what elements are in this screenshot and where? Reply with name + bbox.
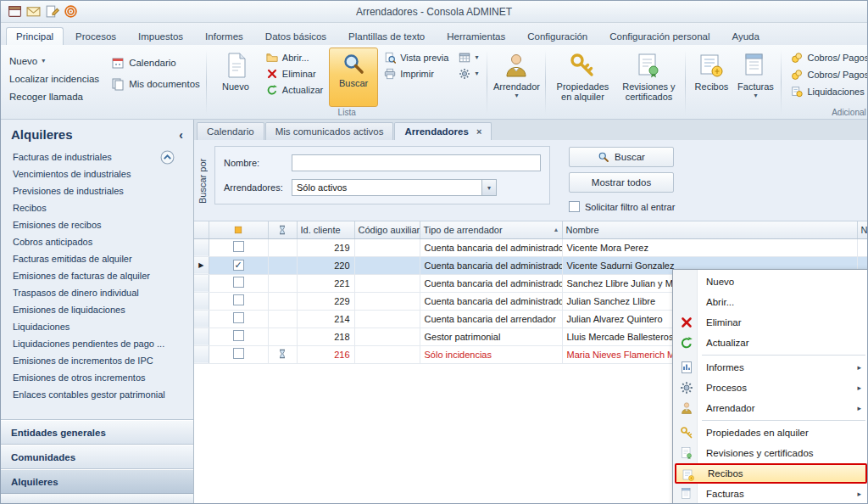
adicional-cobros-pagos-de-inquil[interactable]: Cobros/ Pagos de inquil [789,69,867,81]
menu-item-revisiones-y-certificados[interactable]: Revisiones y certificados [675,443,867,463]
nombre-input[interactable] [292,154,541,171]
sidebar-partial-button[interactable] [1,494,193,503]
sidebar-item-liquidaciones-pendientes-de-pago[interactable]: Liquidaciones pendientes de pago ... [1,335,193,352]
row-check-cell[interactable] [209,328,268,345]
vista-previa-button[interactable]: Vista previa [382,52,450,64]
buscar-ribbon-button[interactable]: Buscar [329,48,378,107]
combo-dropdown-icon[interactable]: ▾ [481,180,496,195]
sidebar-item-facturas-emitidas-de-alquiler[interactable]: Facturas emitidas de alquiler [1,250,193,267]
abrir-button[interactable]: Abrir... [264,52,325,64]
sidebar-item-vencimientos-de-industriales[interactable]: Vencimientos de industriales [1,165,193,182]
sidebar-item-emisiones-de-liquidaciones[interactable]: Emisiones de liquidaciones [1,301,193,318]
ribbon-tab-configuracion[interactable]: Configuración [517,27,598,46]
close-tab-icon[interactable]: × [476,127,481,137]
ribbon-tab-plantillas-de-texto[interactable]: Plantillas de texto [338,27,435,46]
ribbon-tab-datos-basicos[interactable]: Datos básicos [255,27,337,46]
recibos-button[interactable]: Recibos [690,48,732,107]
revisiones-y-certificados-button[interactable]: Revisiones y certificados [616,48,681,107]
row-check-cell[interactable]: ✓ [209,256,268,274]
layout-dropdown-button[interactable]: ▾ [457,52,480,64]
buscar-button[interactable]: Buscar [569,147,674,167]
nuevo-button[interactable]: Nuevo [211,48,260,107]
menu-item-facturas[interactable]: Facturas▸ [675,484,867,504]
adicional-cobros-pagos-del-arre[interactable]: Cobros/ Pagos del arre [789,52,867,64]
column-header-indicator[interactable] [194,221,209,238]
filter-checkbox-row[interactable]: Solicitar filtro al entrar [569,201,675,212]
sidebar-item-cobros-anticipados[interactable]: Cobros anticipados [1,233,193,250]
eliminar-button[interactable]: Eliminar [264,68,325,80]
sidebar-item-emisiones-de-recibos[interactable]: Emisiones de recibos [1,216,193,233]
mostrar-todos-button[interactable]: Mostrar todos [569,172,674,193]
row-checkbox[interactable] [233,241,244,252]
arrendadores-select[interactable]: Sólo activos ▾ [292,179,497,196]
grid-row-219[interactable]: 219Cuenta bancaria del administradorVice… [194,238,867,256]
ribbon-tab-herramientas[interactable]: Herramientas [437,27,515,46]
menu-item-eliminar[interactable]: Eliminar [675,312,867,333]
row-check-cell[interactable] [209,310,268,328]
imprimir-button[interactable]: Imprimir [382,68,450,80]
row-check-cell[interactable] [209,345,268,363]
row-check-cell[interactable] [209,238,268,256]
ribbon-tab-procesos[interactable]: Procesos [65,27,126,46]
row-checkbox[interactable] [233,330,244,341]
propiedades-en-alquiler-button[interactable]: Propiedades en alquiler [550,48,615,107]
sidebar-item-traspasos-de-dinero-individual[interactable]: Traspasos de dinero individual [1,284,193,301]
menu-item-informes[interactable]: Informes▸ [675,357,867,378]
column-header-nombre[interactable]: Nombre [562,221,857,238]
row-checkbox[interactable]: ✓ [233,260,244,271]
column-header-tipo[interactable]: Tipo de arrendador▲ [420,221,562,238]
row-check-cell[interactable] [209,274,268,292]
filter-checkbox[interactable] [569,201,580,212]
doc-tab-calendario[interactable]: Calendario [197,122,264,140]
adicional-liquidaciones[interactable]: Liquidaciones [789,86,867,98]
ribbon-nuevo-menu[interactable]: Nuevo ▾ [9,56,99,66]
ribbon-localizar-incidencias[interactable]: Localizar incidencias [9,74,99,84]
doc-tab-mis-comunicados-activos[interactable]: Mis comunicados activos [265,122,394,140]
settings-dropdown-button[interactable]: ▾ [457,68,480,80]
menu-item-propiedades-en-alquiler[interactable]: Propiedades en alquiler [675,423,867,443]
sidebar-item-recibos[interactable]: Recibos [1,199,193,216]
doc-tab-arrendadores[interactable]: Arrendadores× [394,122,492,140]
row-checkbox[interactable] [233,294,244,305]
ribbon-tab-informes[interactable]: Informes [195,27,253,46]
arrendador-button[interactable]: Arrendador ▾ [492,48,541,107]
menu-item-recibos[interactable]: Recibos [675,463,867,484]
menu-item-abrir[interactable]: Abrir... [675,292,867,312]
sidebar-group-comunidades[interactable]: Comunidades [1,445,193,469]
ribbon-recoger-llamada[interactable]: Recoger llamada [9,92,99,102]
column-header-flag[interactable] [268,221,297,238]
sidebar-item-emisiones-de-incrementos-de-ipc[interactable]: Emisiones de incrementos de IPC [1,352,193,369]
menu-item-nuevo[interactable]: Nuevo [675,272,867,292]
menu-item-procesos[interactable]: Procesos▸ [675,378,867,398]
sidebar-item-emisiones-de-facturas-de-alquiler[interactable]: Emisiones de facturas de alquiler [1,267,193,284]
spiral-icon[interactable] [64,4,78,19]
collapse-sidebar-icon[interactable]: ‹ [179,128,183,142]
menu-item-arrendador[interactable]: Arrendador▸ [675,398,867,418]
edit-note-icon[interactable] [45,4,59,19]
ribbon-tab-ayuda[interactable]: Ayuda [722,27,770,46]
sidebar-item-previsiones-de-industriales[interactable]: Previsiones de industriales [1,182,193,199]
ribbon-tab-configuracion-personal[interactable]: Configuración personal [599,27,720,46]
sidebar-group-alquileres[interactable]: Alquileres [1,469,193,494]
column-header-codigo[interactable]: Código auxiliar [354,221,420,238]
menu-item-actualizar[interactable]: Actualizar [675,333,867,353]
column-header-no[interactable]: No [857,221,867,238]
sidebar-item-emisiones-de-otros-incrementos[interactable]: Emisiones de otros incrementos [1,369,193,386]
row-checkbox[interactable] [233,312,244,323]
sidebar-item-enlaces-contables-gestor-patrimonial[interactable]: Enlaces contables gestor patrimonial [1,386,193,403]
row-checkbox[interactable] [233,348,244,359]
ribbon-calendario[interactable]: Calendario [111,56,200,70]
ribbon-tab-principal[interactable]: Principal [6,27,64,46]
ribbon-tab-impuestos[interactable]: Impuestos [128,27,193,46]
row-check-cell[interactable] [209,292,268,310]
column-header-check[interactable] [209,221,268,238]
ribbon-mis-documentos[interactable]: Mis documentos [111,77,200,91]
app-icon[interactable] [8,4,22,19]
facturas-button[interactable]: Facturas ▾ [734,48,776,107]
actualizar-button[interactable]: Actualizar [264,84,325,96]
sidebar-group-entidades-generales[interactable]: Entidades generales [1,420,193,445]
sidebar-item-liquidaciones[interactable]: Liquidaciones [1,318,193,335]
scroll-up-button[interactable] [160,150,175,165]
mail-icon[interactable] [26,4,41,19]
column-header-id[interactable]: Id. cliente [297,221,354,238]
